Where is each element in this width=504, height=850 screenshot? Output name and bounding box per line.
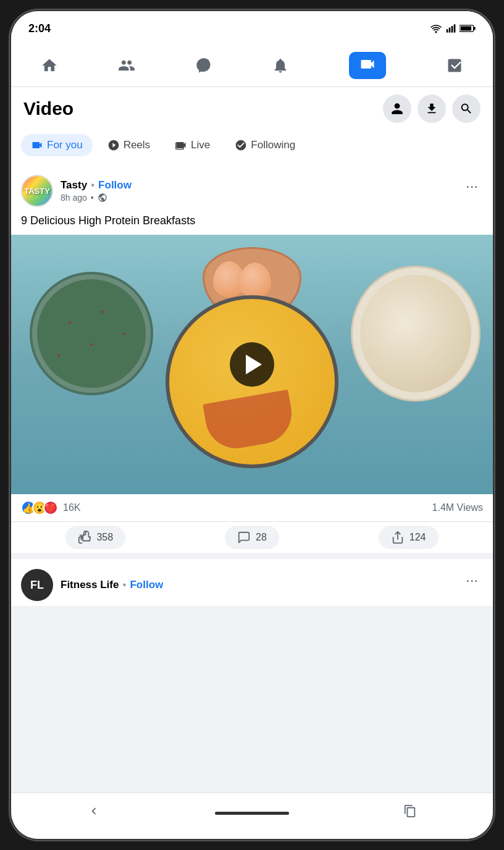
time-ago: 8h ago — [61, 193, 87, 203]
reaction-love: ❤️ — [43, 500, 58, 515]
share-count: 124 — [410, 532, 426, 543]
avatar-tasty[interactable]: TASTY — [21, 175, 53, 207]
globe-icon — [98, 193, 107, 203]
more-options-button-2[interactable]: ··· — [461, 569, 483, 591]
svg-rect-1 — [449, 28, 451, 33]
author-name-2[interactable]: Fitness Life — [61, 579, 119, 591]
nav-item-marketplace[interactable] — [434, 52, 476, 79]
svg-rect-2 — [452, 26, 453, 33]
search-button[interactable] — [452, 95, 481, 123]
messenger-icon — [195, 57, 212, 74]
download-icon — [425, 102, 439, 116]
friends-icon — [118, 57, 135, 74]
page-header: Video — [11, 87, 493, 129]
post-card-2: FL Fitness Life • Follow ··· — [11, 559, 493, 606]
for-you-icon — [31, 139, 43, 151]
status-bar: 2:04 — [11, 11, 493, 42]
crumbs-bowl — [351, 266, 481, 402]
content-area: TASTY Tasty • Follow 8h ago • — [11, 165, 493, 793]
share-action-button[interactable]: 124 — [379, 526, 439, 549]
post-title-1: 9 Delicious High Protein Breakfasts — [11, 212, 493, 235]
author-name-row-2: Fitness Life • Follow — [61, 579, 163, 591]
like-icon — [78, 531, 91, 544]
live-icon — [175, 139, 187, 151]
post-author-info-1: TASTY Tasty • Follow 8h ago • — [21, 175, 132, 207]
tab-reels[interactable]: Reels — [98, 134, 160, 156]
meta-dot: • — [91, 193, 94, 203]
video-nav-wrap — [349, 52, 386, 79]
more-options-button[interactable]: ··· — [461, 175, 483, 197]
back-button[interactable] — [75, 799, 113, 827]
tab-reels-label: Reels — [124, 139, 150, 151]
nav-item-messenger[interactable] — [183, 52, 225, 79]
avatar-tasty-text: TASTY — [24, 187, 50, 196]
author-name[interactable]: Tasty — [61, 179, 87, 191]
like-action-button[interactable]: 358 — [65, 526, 125, 549]
svg-rect-6 — [461, 27, 471, 31]
reaction-emojis: 👍 😮 ❤️ — [21, 500, 58, 515]
status-icons — [430, 23, 476, 33]
post-author-info-2: FL Fitness Life • Follow — [21, 569, 163, 601]
follow-button-fitness[interactable]: Follow — [130, 579, 163, 591]
marketplace-icon — [446, 57, 463, 74]
post-header-1: TASTY Tasty • Follow 8h ago • — [11, 165, 493, 212]
tab-for-you-label: For you — [47, 139, 83, 151]
tab-bar: For you Reels Live Following — [11, 129, 493, 165]
tab-live[interactable]: Live — [165, 134, 220, 156]
comment-icon — [237, 531, 251, 544]
tab-following[interactable]: Following — [225, 134, 305, 156]
share-icon — [391, 531, 405, 544]
tab-for-you[interactable]: For you — [21, 134, 93, 156]
battery-icon — [460, 24, 476, 33]
author-name-row: Tasty • Follow — [61, 179, 132, 191]
header-actions — [383, 95, 481, 123]
herbs-bowl — [30, 272, 153, 395]
post-card-1: TASTY Tasty • Follow 8h ago • — [11, 165, 493, 553]
author-details: Tasty • Follow 8h ago • — [61, 179, 132, 203]
reaction-count: 16K — [63, 502, 80, 513]
home-indicator[interactable] — [215, 812, 289, 815]
download-button[interactable] — [418, 95, 446, 123]
dot-separator: • — [91, 179, 94, 191]
reactions-row: 👍 😮 ❤️ 16K 1.4M Views — [11, 494, 493, 522]
nav-item-friends[interactable] — [106, 52, 148, 79]
views-count: 1.4M Views — [432, 502, 483, 513]
nav-item-home[interactable] — [28, 52, 70, 79]
rotate-button[interactable] — [391, 799, 429, 827]
phone-frame: 2:04 — [11, 11, 493, 839]
following-icon — [235, 139, 247, 151]
nav-item-video[interactable] — [337, 47, 398, 84]
egg-2 — [239, 263, 271, 298]
reels-icon — [107, 139, 120, 151]
tab-following-label: Following — [251, 139, 295, 151]
reactions-left: 👍 😮 ❤️ 16K — [21, 500, 80, 515]
wifi-icon — [430, 23, 442, 33]
svg-rect-3 — [454, 24, 456, 32]
bottom-bar — [11, 793, 493, 839]
comment-count: 28 — [256, 532, 267, 543]
search-icon — [460, 102, 473, 116]
video-icon — [359, 56, 376, 73]
author-details-2: Fitness Life • Follow — [61, 579, 163, 591]
comment-action-button[interactable]: 28 — [225, 526, 279, 549]
avatar-fitness-text: FL — [30, 579, 44, 592]
svg-rect-0 — [447, 29, 448, 32]
post-header-2: FL Fitness Life • Follow ··· — [11, 559, 493, 606]
page-title: Video — [23, 98, 74, 119]
avatar-fitness[interactable]: FL — [21, 569, 53, 601]
svg-rect-5 — [474, 27, 476, 30]
profile-icon — [390, 102, 404, 116]
back-icon — [87, 804, 101, 818]
action-row-1: 358 28 124 — [11, 522, 493, 553]
post-meta-1: 8h ago • — [61, 193, 132, 203]
tab-live-label: Live — [191, 139, 210, 151]
nav-item-notifications[interactable] — [259, 52, 301, 79]
follow-button-tasty[interactable]: Follow — [98, 179, 132, 191]
status-time: 2:04 — [28, 22, 51, 35]
play-button[interactable] — [230, 342, 274, 387]
nav-bar — [11, 42, 493, 87]
rotate-icon — [403, 804, 417, 818]
notifications-icon — [272, 57, 289, 74]
video-thumbnail-1[interactable] — [11, 235, 493, 494]
profile-button[interactable] — [383, 95, 411, 123]
